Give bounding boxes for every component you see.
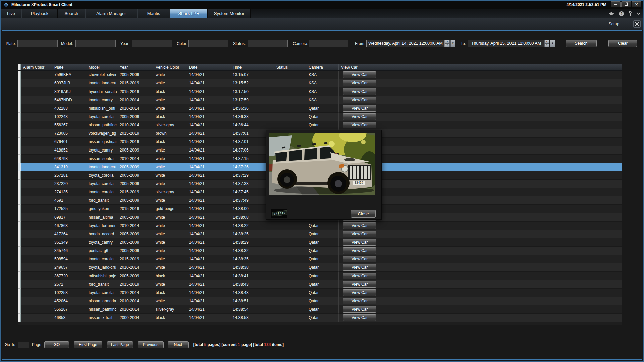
column-header-year[interactable]: Year — [117, 64, 153, 70]
status-filter-input[interactable] — [248, 40, 288, 47]
column-header-model[interactable]: Model — [86, 64, 117, 70]
help-icon[interactable]: ? — [619, 11, 624, 16]
column-header-date[interactable]: Date — [186, 64, 230, 70]
view-car-button[interactable]: View Car — [343, 113, 376, 120]
column-header-status[interactable]: Status — [274, 64, 306, 70]
spin-up-icon[interactable]: ▲ — [445, 40, 450, 43]
row-selector[interactable] — [18, 213, 21, 222]
row-selector[interactable] — [18, 238, 21, 247]
row-selector[interactable] — [18, 305, 21, 314]
row-selector[interactable] — [18, 314, 21, 322]
tab-mantis[interactable]: Mantis — [137, 9, 170, 18]
to-date-spinner[interactable]: ▲▼ — [544, 40, 549, 47]
tab-alarm-manager[interactable]: Alarm Manager — [85, 9, 137, 18]
view-car-button[interactable]: View Car — [343, 71, 376, 78]
table-row[interactable]: 102243toyota_corolla2005-2009black14/04/… — [18, 113, 622, 121]
row-selector[interactable] — [18, 205, 21, 213]
view-car-button[interactable]: View Car — [343, 256, 376, 262]
spin-up-icon[interactable]: ▲ — [544, 40, 549, 43]
row-selector[interactable] — [18, 171, 21, 180]
view-car-button[interactable]: View Car — [343, 298, 376, 304]
table-row[interactable]: 361349toyota_camry2005-2009white14/04/21… — [18, 238, 622, 247]
table-row[interactable]: 102253toyota_corolla2010-2014black14/04/… — [18, 289, 622, 297]
chevron-down-icon[interactable] — [637, 12, 641, 15]
view-car-button[interactable]: View Car — [343, 273, 376, 279]
table-row[interactable]: 6997JLBtoyota_land-cru2015-2019white14/0… — [18, 79, 622, 87]
row-selector[interactable] — [18, 289, 21, 297]
spin-down-icon[interactable]: ▼ — [544, 43, 549, 47]
row-selector[interactable] — [18, 272, 21, 280]
row-selector[interactable] — [18, 163, 21, 171]
row-selector[interactable] — [18, 71, 21, 79]
view-car-button[interactable]: View Car — [343, 264, 376, 271]
close-window-button[interactable]: ✕ — [632, 1, 641, 7]
table-row[interactable]: 7596KEAchevrolet_silver2005-2009white14/… — [18, 71, 622, 79]
table-row[interactable]: 249657toyota_land-cru2010-2014white14/04… — [18, 263, 622, 272]
row-selector[interactable] — [18, 96, 21, 104]
to-date-picker[interactable]: Thursday, April 15, 2021 12:00:00 AM — [468, 40, 544, 47]
table-row[interactable]: 598594toyota_corolla2015-2019white14/04/… — [18, 255, 622, 263]
row-selector[interactable] — [18, 196, 21, 205]
tab-live[interactable]: Live — [1, 9, 21, 18]
table-row[interactable]: 556267nissan_pathfinc2010-2014silver-gra… — [18, 305, 622, 314]
goto-page-input[interactable] — [18, 342, 29, 348]
view-car-button[interactable]: View Car — [343, 105, 376, 112]
column-header-view-car[interactable]: View Car — [339, 64, 622, 70]
previous-page-button[interactable]: Previous — [138, 341, 164, 348]
view-car-button[interactable]: View Car — [343, 239, 376, 246]
row-selector[interactable] — [18, 87, 21, 96]
key-icon[interactable] — [629, 11, 632, 16]
row-selector[interactable] — [18, 297, 21, 305]
row-selector[interactable] — [18, 138, 21, 146]
view-car-button[interactable]: View Car — [343, 88, 376, 95]
view-car-button[interactable]: View Car — [343, 80, 376, 86]
camera-filter-input[interactable] — [309, 40, 348, 47]
row-selector[interactable] — [18, 255, 21, 263]
view-car-button[interactable]: View Car — [343, 231, 376, 237]
to-date-dropdown[interactable]: ▼ — [550, 40, 555, 47]
table-row[interactable]: 452064nissan_armada2010-2014white14/04/2… — [18, 297, 622, 305]
view-car-button[interactable]: View Car — [343, 281, 376, 288]
table-row[interactable]: 467863toyota_fortuner2010-2014white14/04… — [18, 222, 622, 230]
column-header-time[interactable]: Time — [230, 64, 274, 70]
minimize-button[interactable] — [611, 1, 621, 7]
row-selector[interactable] — [18, 188, 21, 196]
year-filter-input[interactable] — [132, 40, 172, 47]
table-row[interactable]: 8019AKJhyundai_sonata2015-2019black14/04… — [18, 87, 622, 96]
tab-search[interactable]: Search — [58, 9, 85, 18]
from-date-picker[interactable]: Wednesday, April 14, 2021 12:00:00 AM — [366, 40, 445, 47]
column-header-camera[interactable]: Camera — [306, 64, 339, 70]
model-filter-input[interactable] — [75, 40, 116, 47]
tab-shark-lpr[interactable]: Shark LPR — [170, 9, 208, 18]
go-button[interactable]: GO — [44, 341, 69, 348]
view-car-button[interactable]: View Car — [343, 222, 376, 229]
spin-down-icon[interactable]: ▼ — [445, 43, 450, 47]
next-page-button[interactable]: Next — [168, 341, 189, 348]
view-car-button[interactable]: View Car — [343, 314, 376, 321]
row-selector[interactable] — [18, 121, 21, 129]
first-page-button[interactable]: First Page — [74, 341, 102, 348]
row-selector[interactable] — [18, 113, 21, 121]
status-diamond-icon[interactable] — [609, 12, 614, 15]
table-row[interactable]: 367720mitsubishi_paje2005-2009black14/04… — [18, 272, 622, 280]
table-row[interactable]: 2672ford_transit2015-2019white14/04/2114… — [18, 280, 622, 289]
row-selector[interactable] — [18, 263, 21, 272]
row-selector[interactable] — [18, 129, 21, 138]
row-selector[interactable] — [18, 79, 21, 87]
row-selector[interactable] — [18, 230, 21, 238]
view-car-button[interactable]: View Car — [343, 97, 376, 103]
setup-button[interactable]: Setup — [609, 22, 619, 26]
row-selector[interactable] — [18, 146, 21, 155]
restore-button[interactable] — [621, 1, 631, 7]
from-date-spinner[interactable]: ▲▼ — [445, 40, 450, 47]
view-car-button[interactable]: View Car — [343, 289, 376, 296]
row-selector[interactable] — [18, 222, 21, 230]
table-row[interactable]: 345746pontiac_g62005-2009white14/04/2114… — [18, 247, 622, 255]
plate-filter-input[interactable] — [17, 40, 58, 47]
view-car-button[interactable]: View Car — [343, 306, 376, 313]
table-row[interactable]: 417264honda_accord2005-2009white14/04/21… — [18, 230, 622, 238]
view-car-button[interactable]: View Car — [343, 247, 376, 254]
column-header-vehicle-color[interactable]: Vehicle Color — [153, 64, 186, 70]
column-header-plate[interactable]: Plate — [52, 64, 86, 70]
row-selector[interactable] — [18, 280, 21, 289]
